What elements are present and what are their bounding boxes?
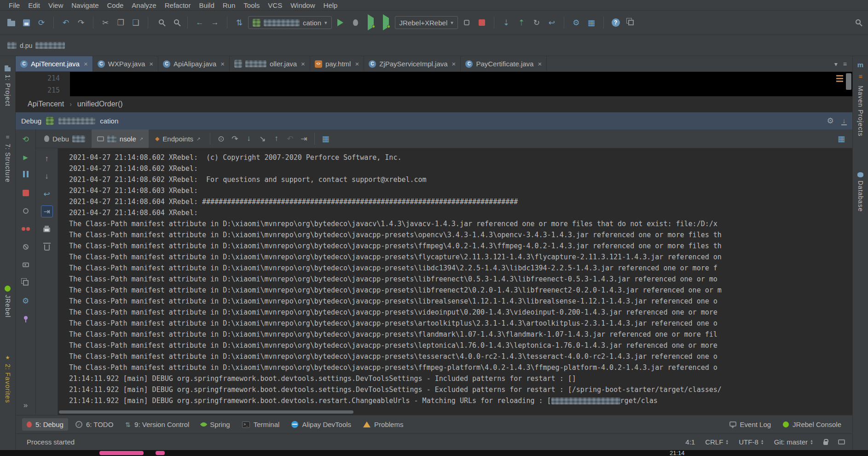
sidebar-item-structure[interactable]: ≡ 7: Structure [4, 134, 12, 182]
sidebar-item-maven-projects[interactable]: Maven Projects [857, 86, 864, 136]
toolwindow-alipay-devtools[interactable]: Alipay DevTools [287, 418, 356, 431]
step-out-icon[interactable]: ↑ [270, 132, 283, 145]
debug-button[interactable] [349, 16, 362, 29]
menu-edit[interactable]: Edit [24, 1, 44, 9]
pause-icon[interactable] [20, 169, 32, 181]
redo-icon[interactable]: ↷ [75, 16, 87, 29]
tab-wxpay[interactable]: C WXPay.java × [93, 56, 158, 71]
build-tools-icon[interactable]: ⚙ [570, 16, 583, 29]
forward-icon[interactable]: → [208, 16, 221, 29]
line-separator-widget[interactable]: CRLF▲▼ [705, 438, 729, 446]
resume-icon[interactable]: ▶ [20, 151, 32, 163]
menu-file[interactable]: File [5, 1, 24, 9]
vcs-commit-icon[interactable]: ⇡ [515, 16, 528, 29]
clear-all-icon[interactable] [41, 240, 53, 252]
encoding-widget[interactable]: UTF-8▲▼ [739, 438, 764, 446]
toolwindow-version-control[interactable]: ⇅ 9: Version Control [121, 418, 194, 431]
rebel-combo-select[interactable]: JRebel+XRebel ▾ [395, 16, 458, 29]
toolwindow-terminal[interactable]: >_ Terminal [237, 418, 284, 431]
sidebar-item-database[interactable]: Database [857, 172, 864, 212]
thread-dump-icon[interactable] [20, 259, 32, 271]
menu-window[interactable]: Window [286, 1, 319, 9]
sync-icon[interactable]: ⟳ [35, 16, 48, 29]
close-icon[interactable]: × [538, 60, 542, 68]
line-number[interactable]: 215 [16, 84, 60, 96]
menu-refactor[interactable]: Refactor [161, 1, 195, 9]
jrebel-run-button[interactable] [365, 16, 377, 29]
tab-apialipay[interactable]: C ApiAlipay.java × [158, 56, 230, 71]
line-number[interactable]: 214 [16, 72, 60, 84]
gear-icon[interactable]: ⚙ [824, 115, 837, 128]
editor-scrollbar[interactable] [846, 73, 851, 90]
drop-frame-icon[interactable]: ↶ [284, 132, 296, 145]
copy-icon[interactable]: ❐ [114, 16, 127, 29]
plugins-icon[interactable] [625, 16, 637, 29]
lock-icon[interactable] [823, 439, 828, 445]
breadcrumb-member[interactable]: unifiedOrder() [77, 100, 123, 108]
stop-button[interactable] [475, 16, 488, 29]
show-execution-point-icon[interactable]: ⊙ [214, 132, 227, 145]
help-button[interactable]: ? [609, 16, 622, 29]
more-actions-icon[interactable]: » [20, 399, 32, 411]
caret-position-widget[interactable]: 4:1 [685, 438, 695, 446]
menu-navigate[interactable]: Navigate [67, 1, 103, 9]
revert-icon[interactable]: ↩ [545, 16, 558, 29]
run-config-select[interactable]: cation ▾ [248, 16, 332, 29]
print-icon[interactable] [41, 223, 53, 235]
paste-icon[interactable]: ❑ [129, 16, 142, 29]
cut-icon[interactable]: ✂ [99, 16, 112, 29]
layout-settings-icon[interactable]: ▦ [835, 132, 848, 145]
screen-reader-icon[interactable] [838, 439, 845, 444]
toolwindow-spring[interactable]: Spring [197, 418, 234, 431]
down-stack-icon[interactable]: ↓ [41, 170, 53, 182]
code-area[interactable]: } catch (Exception e) { Logger.error("支付… [70, 72, 852, 96]
navbar-visible-fragment[interactable]: d.pu [20, 42, 32, 49]
chevron-down-icon[interactable]: ▾ [834, 60, 838, 68]
sidebar-item-project[interactable]: 1: Project [4, 65, 12, 106]
save-icon[interactable] [20, 16, 33, 29]
close-icon[interactable]: × [301, 60, 305, 68]
navbar-censored-segment[interactable] [7, 42, 17, 49]
step-over-icon[interactable]: ↷ [228, 132, 241, 145]
vcs-update-icon[interactable]: ⇣ [500, 16, 513, 29]
close-icon[interactable]: × [149, 60, 153, 68]
search-everywhere-icon[interactable] [851, 16, 863, 29]
jrebel-debug-button[interactable] [380, 16, 393, 29]
soft-wrap-icon[interactable]: ↩ [41, 188, 53, 200]
navbar-censored-segment[interactable] [35, 42, 65, 49]
menu-code[interactable]: Code [103, 1, 127, 9]
open-folder-icon[interactable] [5, 16, 17, 29]
tab-zjpayserviceimpl[interactable]: C ZjPayServiceImpl.java × [364, 56, 461, 71]
tab-endpoints[interactable]: ◆ Endpoints ↗ [150, 129, 206, 148]
editor-gutter[interactable]: 214 215 [16, 72, 70, 96]
find-icon[interactable] [154, 16, 167, 29]
sidebar-item-favorites[interactable]: ★ 2: Favorites [4, 355, 12, 403]
back-icon[interactable]: ← [193, 16, 206, 29]
find-in-path-icon[interactable] [169, 16, 182, 29]
menu-help[interactable]: Help [319, 1, 342, 9]
history-icon[interactable]: ↻ [530, 16, 543, 29]
sidebar-item-jrebel[interactable]: JRebel [4, 286, 12, 318]
horizontal-scrollbar[interactable] [59, 410, 353, 414]
up-stack-icon[interactable]: ↑ [41, 153, 53, 165]
menu-run[interactable]: Run [219, 1, 240, 9]
mute-renderers-icon[interactable] [20, 205, 32, 217]
toolwindow-debug[interactable]: 5: Debug [22, 418, 68, 431]
tab-list-icon[interactable]: ≡ [843, 60, 847, 68]
restore-layout-icon[interactable] [20, 277, 32, 289]
tab-console[interactable]: nsole ↗ [92, 129, 149, 148]
run-to-cursor-icon[interactable]: ⇥ [297, 132, 310, 145]
pin-icon[interactable] [20, 313, 32, 325]
toolwindow-jrebel-console[interactable]: JRebel Console [778, 418, 846, 431]
view-as-table-icon[interactable]: ▦ [319, 132, 332, 145]
scroll-to-end-icon[interactable]: ⇥ [41, 205, 53, 217]
menu-vcs[interactable]: VCS [264, 1, 286, 9]
stop-icon[interactable] [20, 187, 32, 199]
profiler-icon[interactable] [460, 16, 473, 29]
toolwindow-problems[interactable]: Problems [359, 418, 408, 431]
menu-build[interactable]: Build [195, 1, 218, 9]
close-icon[interactable]: × [355, 60, 359, 68]
close-icon[interactable]: × [220, 60, 225, 68]
menu-view[interactable]: View [44, 1, 67, 9]
view-breakpoints-icon[interactable] [20, 223, 32, 235]
